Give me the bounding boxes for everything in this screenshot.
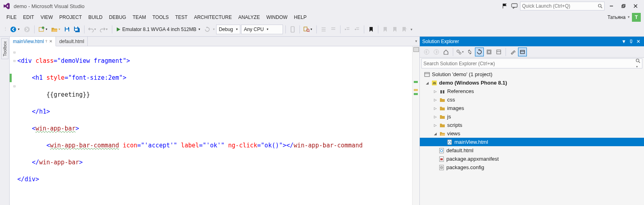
find-in-files-button[interactable]: ▼	[302, 25, 314, 34]
code-content[interactable]: <div class="demoView fragment"> <h1 styl…	[17, 46, 412, 205]
toolbox-tab[interactable]: Toolbox	[1, 38, 8, 59]
folder-js[interactable]: ▷ js	[420, 112, 644, 121]
nav-back-button[interactable]: ▼	[8, 25, 21, 34]
expand-icon[interactable]: ▷	[433, 123, 438, 128]
device-button[interactable]	[288, 25, 297, 34]
se-show-all-button[interactable]	[494, 48, 503, 56]
se-preview-button[interactable]	[518, 48, 527, 56]
expand-icon[interactable]: ◢	[425, 81, 429, 85]
restore-button[interactable]	[618, 2, 629, 10]
clear-bookmarks-button[interactable]	[400, 25, 409, 34]
se-home-button[interactable]	[442, 48, 450, 56]
minimize-button[interactable]	[606, 2, 617, 10]
se-search-input[interactable]: Search Solution Explorer (Ctrl+ж) ▼	[421, 58, 642, 68]
folder-images[interactable]: ▷ images	[420, 104, 644, 112]
se-forward-button[interactable]	[432, 48, 441, 56]
se-properties-button[interactable]	[508, 48, 517, 56]
menu-project[interactable]: PROJECT	[56, 13, 85, 21]
tab-default[interactable]: default.html	[56, 37, 88, 46]
menu-file[interactable]: FILE	[3, 13, 20, 21]
file-manifest[interactable]: package.appxmanifest	[420, 155, 644, 163]
svg-point-44	[636, 59, 639, 62]
se-sync-button[interactable]	[465, 48, 474, 56]
menu-debug[interactable]: DEBUG	[106, 13, 130, 21]
solution-tree[interactable]: Solution 'demo' (1 project) ◢ JS demo (W…	[420, 69, 644, 205]
quick-launch-input[interactable]: Quick Launch (Ctrl+Q)	[520, 2, 605, 10]
se-back-button[interactable]	[422, 48, 431, 56]
solution-node[interactable]: Solution 'demo' (1 project)	[420, 70, 644, 79]
se-scope-button[interactable]: ▼	[456, 48, 464, 56]
separator	[364, 25, 364, 33]
folder-views[interactable]: ◢ views	[420, 129, 644, 138]
menu-tools[interactable]: TOOLS	[149, 13, 172, 21]
menu-test[interactable]: TEST	[172, 13, 191, 21]
user-name[interactable]: Татьяна	[607, 14, 625, 20]
folder-css[interactable]: ▷ css	[420, 95, 644, 104]
references-node[interactable]: ▷ References	[420, 87, 644, 95]
menu-help[interactable]: HELP	[291, 13, 310, 21]
file-default[interactable]: default.html	[420, 146, 644, 155]
open-file-button[interactable]: ▼	[50, 25, 62, 34]
file-mainview[interactable]: mainView.html	[420, 138, 644, 146]
start-debug-button[interactable]: Emulator 8.1 WVGA 4 inch 512MB ▼	[115, 25, 202, 34]
indent-button[interactable]	[343, 25, 352, 34]
expand-icon[interactable]: ▷	[433, 106, 438, 111]
nav-forward-button[interactable]	[22, 25, 32, 34]
prev-bookmark-button[interactable]	[381, 25, 390, 34]
new-project-button[interactable]: +▼	[37, 25, 49, 34]
refresh-button[interactable]	[203, 25, 212, 34]
expand-icon[interactable]: ▷	[433, 89, 438, 94]
menu-window[interactable]: WINDOW	[263, 13, 291, 21]
feedback-icon[interactable]	[510, 2, 518, 10]
solution-explorer-title-bar[interactable]: Solution Explorer ▼ ✕	[420, 37, 644, 46]
project-node[interactable]: ◢ JS demo (Windows Phone 8.1)	[420, 79, 644, 87]
svg-text:JS: JS	[433, 82, 436, 85]
split-handle-icon[interactable]	[413, 47, 419, 52]
folder-scripts[interactable]: ▷ scripts	[420, 121, 644, 129]
tab-overflow-icon[interactable]: ▼	[413, 37, 419, 46]
tab-mainview[interactable]: mainView.html ⫯ ✕	[10, 37, 56, 46]
config-dropdown[interactable]: Debug▼	[216, 25, 240, 34]
collapse-icon[interactable]: ◢	[433, 131, 438, 136]
bookmark-button[interactable]	[367, 25, 376, 34]
undo-button[interactable]: ▼	[87, 25, 98, 34]
menu-edit[interactable]: EDIT	[20, 13, 37, 21]
folder-icon	[439, 114, 446, 120]
folding-gutter[interactable]: ⊟⊟⊟	[12, 46, 17, 205]
editor-scrollbar[interactable]	[412, 46, 419, 205]
close-icon[interactable]: ✕	[635, 38, 642, 45]
save-button[interactable]	[63, 25, 72, 34]
save-all-button[interactable]	[72, 25, 82, 34]
auto-hide-icon[interactable]	[628, 38, 634, 45]
menu-build[interactable]: BUILD	[85, 13, 105, 21]
comment-button[interactable]	[319, 25, 328, 34]
se-collapse-button[interactable]	[485, 48, 493, 56]
close-icon[interactable]: ✕	[49, 39, 52, 43]
folder-icon	[439, 122, 446, 128]
svg-rect-51	[443, 90, 444, 93]
separator	[34, 25, 35, 33]
menu-architecture[interactable]: ARCHITECTURE	[191, 13, 235, 21]
redo-button[interactable]: ▼	[99, 25, 109, 34]
expand-icon[interactable]: ▷	[433, 114, 438, 119]
pin-icon[interactable]: ⫯	[45, 39, 47, 43]
uncomment-button[interactable]	[329, 25, 338, 34]
outdent-button[interactable]	[353, 25, 361, 34]
svg-rect-0	[512, 4, 517, 7]
user-avatar[interactable]: T	[632, 13, 641, 22]
toolbar-overflow-icon[interactable]: ▾	[411, 27, 413, 31]
platform-dropdown[interactable]: Any CPU▼	[241, 25, 283, 34]
expand-icon[interactable]: ▷	[433, 97, 438, 102]
notification-flag-icon[interactable]	[501, 2, 509, 10]
se-refresh-button[interactable]	[475, 48, 484, 56]
window-position-icon[interactable]: ▼	[621, 38, 627, 45]
menu-analyze[interactable]: ANALYZE	[235, 13, 263, 21]
node-label: js	[447, 114, 451, 120]
menu-view[interactable]: VIEW	[37, 13, 56, 21]
close-button[interactable]	[630, 2, 641, 10]
next-bookmark-button[interactable]	[390, 25, 399, 34]
code-editor[interactable]: ⊟⊟⊟ <div class="demoView fragment"> <h1 …	[10, 46, 419, 205]
menu-team[interactable]: TEAM	[129, 13, 149, 21]
user-dropdown-icon[interactable]: ▼	[627, 15, 630, 19]
file-packages[interactable]: packages.config	[420, 163, 644, 172]
